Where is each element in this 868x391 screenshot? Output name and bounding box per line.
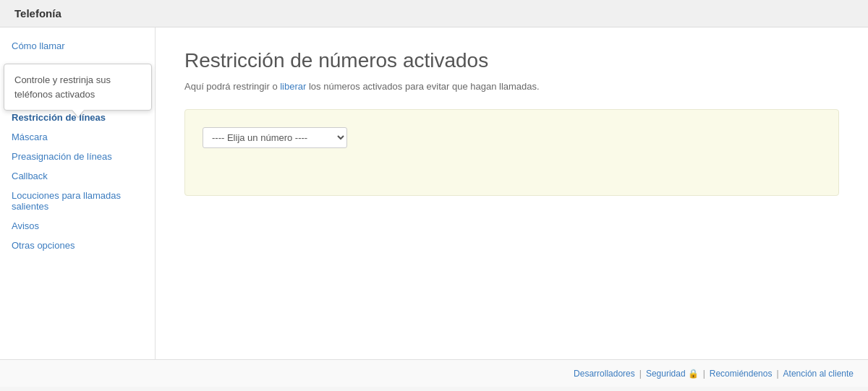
footer-link-atencion[interactable]: Atención al cliente — [783, 369, 854, 379]
sidebar-item-mascara[interactable]: Máscara — [0, 127, 155, 147]
tooltip-popup: Controle y restrinja sus teléfonos activ… — [4, 64, 152, 111]
sidebar-item-otras-opciones[interactable]: Otras opciones — [0, 236, 155, 255]
footer-sep-2: | — [703, 369, 705, 379]
sidebar-item-callback[interactable]: Callback — [0, 166, 155, 186]
footer-sep-3: | — [776, 369, 778, 379]
description-after: los números activados para evitar que ha… — [306, 81, 539, 92]
description-link[interactable]: liberar — [280, 81, 306, 92]
sidebar-item-preasignacion[interactable]: Preasignación de líneas — [0, 147, 155, 166]
footer-link-seguridad[interactable]: Seguridad — [646, 369, 686, 379]
app-title: Telefonía — [14, 7, 61, 20]
description-before: Aquí podrá restringir o — [184, 81, 280, 92]
page-title: Restricción de números activados — [184, 49, 839, 72]
tooltip-text: Controle y restrinja sus teléfonos activ… — [14, 74, 111, 100]
page-description: Aquí podrá restringir o liberar los núme… — [184, 81, 839, 92]
sidebar-item-avisos[interactable]: Avisos — [0, 216, 155, 236]
footer: Desarrolladores | Seguridad 🔒 | Recomién… — [0, 359, 868, 387]
footer-sep-1: | — [639, 369, 642, 379]
sidebar: Cómo llamar Controle y restrinja sus tel… — [0, 27, 156, 359]
sidebar-item-locuciones[interactable]: Locuciones para llamadas salientes — [0, 186, 155, 216]
footer-link-desarrolladores[interactable]: Desarrolladores — [574, 369, 635, 379]
main-layout: Cómo llamar Controle y restrinja sus tel… — [0, 27, 868, 359]
sidebar-nav: Restricción de líneas Máscara Preasignac… — [0, 108, 155, 255]
content-box: ---- Elija un número ---- — [184, 109, 839, 196]
sidebar-item-como-llamar[interactable]: Cómo llamar — [0, 35, 155, 57]
footer-link-recomendenos[interactable]: Recomiéndenos — [710, 369, 773, 379]
lock-icon: 🔒 — [688, 369, 699, 379]
main-content: Restricción de números activados Aquí po… — [156, 27, 868, 359]
number-select[interactable]: ---- Elija un número ---- — [203, 127, 347, 148]
app-header: Telefonía — [0, 0, 868, 27]
